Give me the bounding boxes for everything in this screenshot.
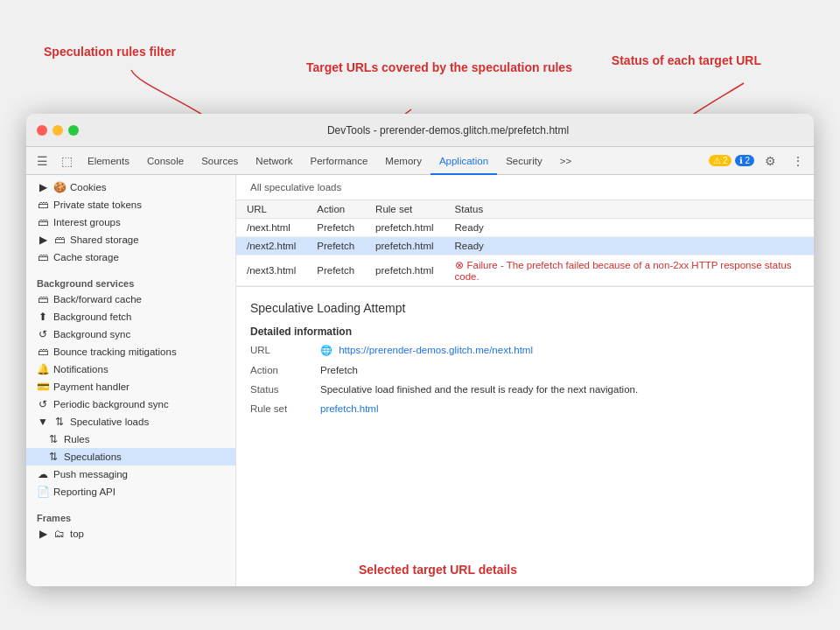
sidebar-shared-storage-label: Shared storage [70, 234, 139, 245]
tab-application[interactable]: Application [430, 147, 497, 175]
cell-action: Prefetch [306, 237, 365, 256]
devtools-tabs: ☰ ⬚ Elements Console Sources Network Per… [26, 147, 814, 175]
sidebar-cache-storage-label: Cache storage [53, 252, 119, 262]
sidebar-item-top-frame[interactable]: ▶ 🗂 top [26, 525, 235, 542]
annotation-target-urls: Target URLs covered by the speculation r… [306, 60, 572, 75]
cache-storage-icon: 🗃 [37, 251, 49, 263]
sidebar: ▶ 🍪 Cookies 🗃 Private state tokens 🗃 Int… [26, 175, 236, 586]
cookies-icon: 🍪 [53, 181, 66, 193]
sidebar-cookies-label: Cookies [70, 182, 107, 192]
tab-elements[interactable]: Elements [79, 147, 138, 175]
background-fetch-icon: ⬆ [37, 311, 49, 323]
detail-ruleset-row: Rule set prefetch.html [250, 403, 800, 414]
detail-status-label: Status [250, 384, 320, 395]
tab-network[interactable]: Network [247, 147, 301, 175]
sidebar-item-interest-groups[interactable]: 🗃 Interest groups [26, 214, 235, 231]
sidebar-item-private-state-tokens[interactable]: 🗃 Private state tokens [26, 196, 235, 214]
private-state-icon: 🗃 [37, 199, 49, 211]
sidebar-speculative-loads-label: Speculative loads [70, 416, 149, 427]
traffic-lights [37, 125, 79, 136]
tab-more[interactable]: >> [551, 147, 580, 175]
cell-ruleset: prefetch.html [365, 219, 444, 237]
sidebar-push-messaging-label: Push messaging [53, 469, 128, 480]
rules-icon: ⇅ [47, 433, 60, 445]
speculative-loads-table: URL Action Rule set Status /next.htmlPre… [236, 200, 814, 286]
tab-performance[interactable]: Performance [302, 147, 377, 175]
devtools-right-icons: ⚠ 2 ℹ 2 ⚙ ⋮ [709, 149, 810, 173]
tab-console[interactable]: Console [138, 147, 192, 175]
sidebar-item-background-sync[interactable]: ↺ Background sync [26, 326, 235, 343]
detail-url-row: URL 🌐 https://prerender-demos.glitch.me/… [250, 345, 800, 356]
table-row[interactable]: /next.htmlPrefetchprefetch.htmlReady [236, 219, 814, 237]
sidebar-item-payment-handler[interactable]: 💳 Payment handler [26, 378, 235, 396]
cell-ruleset: prefetch.html [365, 237, 444, 256]
devtools-menu-icon[interactable]: ☰ [30, 149, 54, 173]
cell-action: Prefetch [306, 256, 365, 286]
devtools-inspect-icon[interactable]: ⬚ [54, 149, 79, 173]
top-frame-expand-icon: ▶ [37, 528, 49, 540]
table-row[interactable]: /next2.htmlPrefetchprefetch.htmlReady [236, 237, 814, 256]
speculations-icon: ⇅ [47, 451, 60, 463]
tab-sources[interactable]: Sources [192, 147, 247, 175]
sidebar-item-speculations[interactable]: ⇅ Speculations [26, 448, 235, 466]
sidebar-item-notifications[interactable]: 🔔 Notifications [26, 360, 235, 378]
sidebar-item-background-fetch[interactable]: ⬆ Background fetch [26, 308, 235, 326]
shared-storage-expand-icon: ▶ [37, 234, 49, 246]
detail-ruleset-link[interactable]: prefetch.html [320, 403, 378, 414]
detail-title: Speculative Loading Attempt [250, 301, 800, 315]
sidebar-reporting-api-label: Reporting API [53, 486, 116, 497]
sidebar-item-cache-storage[interactable]: 🗃 Cache storage [26, 248, 235, 266]
table-row[interactable]: /next3.htmlPrefetchprefetch.html⊗Failure… [236, 256, 814, 286]
sidebar-item-reporting-api[interactable]: 📄 Reporting API [26, 483, 235, 500]
sidebar-interest-groups-label: Interest groups [53, 217, 121, 228]
sidebar-rules-label: Rules [64, 434, 89, 444]
more-options-icon[interactable]: ⋮ [786, 149, 810, 173]
sidebar-background-sync-label: Background sync [53, 329, 130, 340]
sidebar-top-frame-label: top [70, 528, 84, 539]
sidebar-private-state-label: Private state tokens [53, 200, 142, 210]
tab-memory[interactable]: Memory [376, 147, 430, 175]
col-ruleset: Rule set [365, 200, 444, 219]
sidebar-item-push-messaging[interactable]: ☁ Push messaging [26, 466, 235, 483]
tab-security[interactable]: Security [497, 147, 551, 175]
notifications-icon: 🔔 [37, 363, 49, 375]
window-title: DevTools - prerender-demos.glitch.me/pre… [93, 124, 803, 136]
settings-icon[interactable]: ⚙ [758, 149, 782, 173]
sidebar-item-cookies[interactable]: ▶ 🍪 Cookies [26, 178, 235, 196]
periodic-sync-icon: ↺ [37, 398, 49, 410]
sidebar-payment-handler-label: Payment handler [53, 382, 130, 392]
storage-section: ▶ 🍪 Cookies 🗃 Private state tokens 🗃 Int… [26, 175, 235, 270]
sidebar-item-speculative-loads[interactable]: ▼ ⇅ Speculative loads [26, 413, 235, 430]
sidebar-item-bounce-tracking[interactable]: 🗃 Bounce tracking mitigations [26, 343, 235, 360]
detail-status-row: Status Speculative load finished and the… [250, 384, 800, 395]
sidebar-notifications-label: Notifications [53, 364, 108, 374]
sidebar-item-back-forward-cache[interactable]: 🗃 Back/forward cache [26, 290, 235, 308]
annotation-status: Status of each target URL [612, 52, 761, 68]
sidebar-back-forward-label: Back/forward cache [53, 294, 142, 304]
arrow-right-icon: ▶ [37, 181, 49, 193]
cell-ruleset: prefetch.html [365, 256, 444, 286]
close-button[interactable] [37, 125, 47, 136]
sidebar-bounce-tracking-label: Bounce tracking mitigations [53, 346, 177, 357]
sidebar-item-shared-storage[interactable]: ▶ 🗃 Shared storage [26, 231, 235, 248]
detail-url-label: URL [250, 345, 320, 355]
error-icon: ⊗ [455, 260, 464, 270]
outer-wrapper: Speculation rules filter Target URLs cov… [26, 44, 814, 586]
detail-status-value: Speculative load finished and the result… [320, 384, 800, 395]
push-messaging-icon: ☁ [37, 468, 49, 480]
col-status: Status [444, 200, 814, 219]
minimize-button[interactable] [52, 125, 63, 136]
detail-url-link[interactable]: https://prerender-demos.glitch.me/next.h… [339, 345, 533, 355]
sidebar-item-periodic-background-sync[interactable]: ↺ Periodic background sync [26, 396, 235, 413]
warn-badge: ⚠ 2 [709, 155, 732, 166]
sidebar-item-rules[interactable]: ⇅ Rules [26, 430, 235, 448]
speculative-loads-expand-icon: ▼ [37, 416, 49, 428]
devtools-body: ▶ 🍪 Cookies 🗃 Private state tokens 🗃 Int… [26, 175, 814, 586]
top-frame-icon: 🗂 [53, 528, 66, 540]
maximize-button[interactable] [68, 125, 79, 136]
spec-section-header: All speculative loads [236, 175, 814, 200]
payment-handler-icon: 💳 [37, 381, 49, 393]
main-panel: All speculative loads URL Action Rule se… [236, 175, 814, 586]
cell-action: Prefetch [306, 219, 365, 237]
sidebar-speculations-label: Speculations [64, 452, 122, 462]
